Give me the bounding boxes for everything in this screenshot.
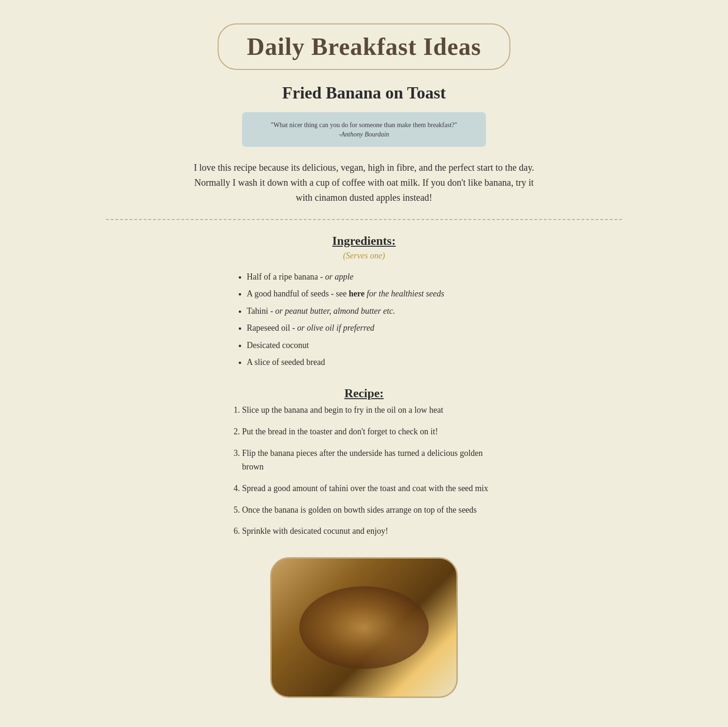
ingredient-main: Desicated coconut xyxy=(247,341,309,350)
list-item: Put the bread in the toaster and don't f… xyxy=(242,425,500,439)
seeds-link[interactable]: here xyxy=(349,289,364,298)
ingredient-main: Half of a ripe banana xyxy=(247,272,318,281)
step-text: Spread a good amount of tahini over the … xyxy=(242,484,488,493)
step-text: Put the bread in the toaster and don't f… xyxy=(242,427,438,436)
food-image-container xyxy=(106,557,622,700)
ingredients-list: Half of a ripe banana - or apple A good … xyxy=(233,269,495,370)
ingredient-note: - or apple xyxy=(320,272,353,281)
ingredient-note: - or peanut butter, almond butter etc. xyxy=(270,306,395,316)
step-text: Sprinkle with desicated cocunut and enjo… xyxy=(242,526,388,536)
list-item: A slice of seeded bread xyxy=(247,355,495,370)
food-image xyxy=(270,557,458,698)
quote-text: "What nicer thing can you do for someone… xyxy=(271,121,457,129)
ingredient-main: A good handful of seeds xyxy=(247,289,329,298)
serves-label: (Serves one) xyxy=(106,251,622,261)
ingredient-note: - or olive oil if preferred xyxy=(292,323,374,333)
step-text: Flip the banana pieces after the undersi… xyxy=(242,448,483,472)
page-wrapper: Daily Breakfast Ideas Fried Banana on To… xyxy=(106,14,622,700)
recipe-heading: Recipe: xyxy=(106,386,622,401)
list-item: A good handful of seeds - see here for t… xyxy=(247,286,495,301)
list-item: Rapeseed oil - or olive oil if preferred xyxy=(247,320,495,335)
page-title: Daily Breakfast Ideas xyxy=(247,33,481,60)
list-item: Once the banana is golden on bowth sides… xyxy=(242,503,500,517)
list-item: Sprinkle with desicated cocunut and enjo… xyxy=(242,524,500,538)
title-container: Daily Breakfast Ideas xyxy=(106,14,622,70)
list-item: Half of a ripe banana - or apple xyxy=(247,269,495,284)
intro-paragraph: I love this recipe because its delicious… xyxy=(176,160,552,205)
quote-author: -Anthony Bourdain xyxy=(261,131,467,138)
ingredient-note: - see xyxy=(331,289,349,298)
recipe-steps-list: Slice up the banana and begin to fry in … xyxy=(228,403,500,538)
title-box: Daily Breakfast Ideas xyxy=(218,23,510,70)
list-item: Flip the banana pieces after the undersi… xyxy=(242,447,500,474)
ingredients-heading: Ingredients: xyxy=(106,234,622,248)
list-item: Slice up the banana and begin to fry in … xyxy=(242,403,500,417)
list-item: Desicated coconut xyxy=(247,338,495,353)
section-divider xyxy=(106,219,622,220)
ingredient-note-suffix: for the healthiest seeds xyxy=(364,289,444,298)
list-item: Spread a good amount of tahini over the … xyxy=(242,482,500,496)
ingredient-main: Rapeseed oil xyxy=(247,323,290,333)
step-text: Once the banana is golden on bowth sides… xyxy=(242,505,477,515)
list-item: Tahini - or peanut butter, almond butter… xyxy=(247,303,495,318)
ingredient-main: Tahini xyxy=(247,306,268,316)
step-text: Slice up the banana and begin to fry in … xyxy=(242,405,443,415)
quote-box: "What nicer thing can you do for someone… xyxy=(242,112,486,147)
ingredient-main: A slice of seeded bread xyxy=(247,357,325,367)
recipe-title: Fried Banana on Toast xyxy=(106,83,622,103)
